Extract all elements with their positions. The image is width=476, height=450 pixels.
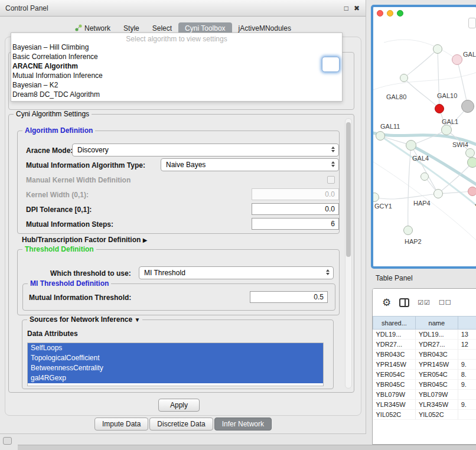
algorithm-definition-title: Algorithm Definition [22, 126, 95, 135]
table-row[interactable]: YPR145WYPR145W9. [373, 360, 476, 370]
bottom-tab-impute-data[interactable]: Impute Data [94, 418, 148, 431]
sources-group-title[interactable]: Sources for Network Inference ▼ [27, 315, 142, 324]
algorithm-dropdown-items: Bayesian – Hill ClimbingBasic Correlatio… [11, 43, 342, 99]
network-node[interactable] [468, 187, 476, 196]
table-panel-header: Table Panel [371, 270, 476, 286]
table-cell: 8. [458, 370, 476, 380]
hub-definition-toggle[interactable]: Hub/Transcription Factor Definition ▶ [22, 236, 147, 244]
network-node[interactable] [441, 125, 452, 135]
manual-kernel-label: Manual Kernel Width Definition [26, 176, 131, 184]
data-attributes-list[interactable]: SelfLoopsTopologicalCoefficientBetweenne… [27, 343, 324, 386]
network-view-window[interactable]: GAL80GAL10GAL11GAL1SWI4GAL4GCY1HAP4HAP2G… [371, 5, 476, 269]
algorithm-option-aracne-algorithm[interactable]: ARACNE Algorithm [11, 61, 342, 71]
network-node[interactable] [433, 44, 442, 54]
float-window-icon[interactable]: □ [344, 4, 348, 12]
table-row[interactable]: YDR27...YDR27...12 [373, 340, 476, 350]
apply-button[interactable]: Apply [158, 399, 200, 412]
algorithm-option-dream8-dc-tdc-algorithm[interactable]: Dream8 DC_TDC Algorithm [11, 90, 342, 99]
list-item-gal4rgexp[interactable]: gal4RGexp [28, 373, 323, 383]
close-traffic-light-icon[interactable] [377, 10, 383, 17]
table-body: YDL19...YDL19...13YDR27...YDR27...12YBR0… [373, 330, 476, 420]
collapse-arrow-icon: ▼ [134, 317, 140, 323]
algorithm-definition-group: Algorithm Definition Aracne Mode: Discov… [17, 131, 340, 234]
which-threshold-select[interactable]: MI Threshold [139, 266, 334, 279]
mi-algorithm-type-select[interactable]: Naive Bayes [161, 158, 339, 171]
combo-arrows-icon [330, 161, 337, 167]
columns-icon[interactable] [399, 298, 409, 307]
algorithm-dropdown[interactable]: Select algorithm to view settings Bayesi… [11, 32, 343, 102]
mi-threshold-title: MI Threshold Definition [28, 279, 111, 288]
dpi-tolerance-label: DPI Tolerance [0,1]: [26, 206, 92, 214]
mi-threshold-group: MI Threshold Definition Mutual Informati… [22, 283, 335, 311]
network-node[interactable] [400, 74, 408, 82]
table-cell: YBR043C [415, 350, 458, 360]
table-header-row: shared...name [373, 317, 476, 330]
table-row[interactable]: YER054CYER054C8. [373, 370, 476, 380]
network-node[interactable] [420, 172, 429, 181]
table-row[interactable]: YLR345WYLR345W9. [373, 400, 476, 410]
kernel-width-label: Kernel Width (0,1): [26, 191, 89, 199]
manual-kernel-checkbox[interactable] [327, 176, 335, 184]
table-row[interactable]: YDL19...YDL19...13 [373, 330, 476, 340]
table-row[interactable]: YBR043CYBR043C [373, 350, 476, 360]
close-icon[interactable]: ✖ [354, 4, 360, 12]
network-node[interactable] [452, 54, 462, 65]
mi-steps-input[interactable] [252, 218, 339, 230]
zoom-traffic-light-icon[interactable] [397, 10, 403, 17]
network-node[interactable] [461, 100, 474, 113]
data-attributes-label: Data Attributes [27, 330, 78, 338]
list-item-betweennesscentrality[interactable]: BetweennessCentrality [28, 363, 323, 373]
algorithm-option-basic-correlation-inference[interactable]: Basic Correlation Inference [11, 52, 342, 61]
node-label-gal80: GAL80 [386, 93, 406, 100]
algorithm-option-mutual-information-inference[interactable]: Mutual Information Inference [11, 71, 342, 80]
deselect-all-checks-icon[interactable]: ☐☐ [439, 299, 452, 306]
table-row[interactable]: YBR045CYBR045C9. [373, 380, 476, 390]
sources-group: Sources for Network Inference ▼ Data Att… [22, 319, 334, 389]
list-item-selfloops[interactable]: SelfLoops [28, 343, 323, 353]
table-cell: YDL19... [373, 330, 416, 340]
network-node[interactable] [406, 140, 416, 151]
which-threshold-label: Which threshold to use: [50, 269, 131, 278]
column-header-3[interactable] [458, 317, 476, 330]
bottom-tab-infer-network[interactable]: Infer Network [214, 418, 272, 431]
minimize-traffic-light-icon[interactable] [387, 10, 393, 17]
node-table: shared...name YDL19...YDL19...13YDR27...… [373, 316, 476, 420]
dock-corner-icon[interactable] [3, 437, 12, 445]
focused-spinner-button[interactable] [322, 57, 340, 72]
table-row[interactable]: YIL052CYIL052C [373, 410, 476, 420]
network-scrollbar[interactable] [468, 18, 476, 28]
table-panel-window: ⚙ ☑☑ ☐☐ shared...name YDL19...YDL19...13… [372, 288, 476, 445]
dpi-tolerance-input[interactable] [252, 203, 339, 215]
network-node[interactable] [371, 193, 379, 202]
bottom-tab-discretize-data[interactable]: Discretize Data [149, 418, 213, 431]
table-toolbar: ⚙ ☑☑ ☐☐ [373, 289, 476, 316]
settings-group-title: Cyni Algorithm Settings [14, 110, 92, 118]
table-cell: YIL052C [415, 410, 458, 420]
table-cell: 12 [458, 340, 476, 350]
select-all-checks-icon[interactable]: ☑☑ [418, 299, 431, 306]
algorithm-option-bayesian-hill-climbing[interactable]: Bayesian – Hill Climbing [11, 43, 342, 52]
table-cell: YBL079W [415, 390, 458, 400]
aracne-mode-select[interactable]: Discovery [72, 144, 339, 156]
gear-icon[interactable]: ⚙ [382, 296, 391, 309]
aracne-mode-label: Aracne Mode: [26, 146, 73, 155]
kernel-width-input[interactable] [252, 188, 339, 200]
network-icon [75, 24, 82, 33]
network-node[interactable] [467, 157, 476, 168]
network-node[interactable] [376, 131, 385, 141]
network-node[interactable] [403, 226, 413, 235]
node-label-gal: GAL [463, 51, 476, 58]
column-header-1[interactable]: shared... [373, 317, 416, 330]
table-row[interactable]: YBL079WYBL079W [373, 390, 476, 400]
network-node[interactable] [465, 148, 475, 158]
bottom-tab-bar: Impute DataDiscretize DataInfer Network [0, 418, 366, 431]
network-node[interactable] [433, 189, 443, 198]
algorithm-option-bayesian-k2[interactable]: Bayesian – K2 [11, 80, 342, 90]
table-cell: 13 [458, 330, 476, 340]
list-item-topologicalcoefficient[interactable]: TopologicalCoefficient [28, 353, 323, 363]
mi-threshold-input[interactable] [250, 291, 328, 303]
column-header-2[interactable]: name [415, 317, 458, 330]
table-cell: 9. [458, 400, 476, 410]
network-node[interactable] [435, 104, 444, 113]
settings-scrollbar[interactable] [345, 118, 352, 389]
